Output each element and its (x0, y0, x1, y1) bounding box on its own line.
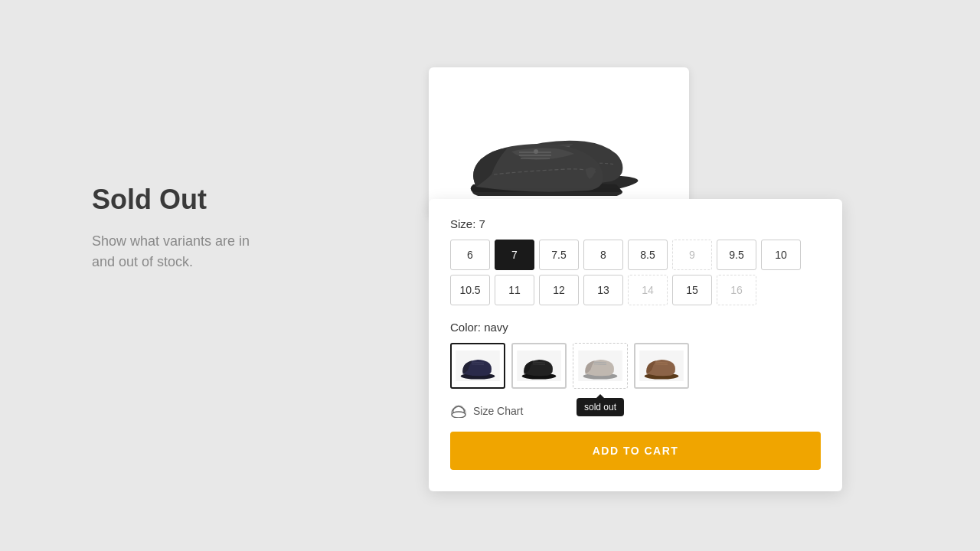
svg-line-18 (594, 362, 606, 363)
size-label: Size: 7 (450, 217, 821, 230)
size-chart-icon (450, 404, 467, 418)
size-btn-11[interactable]: 11 (495, 275, 534, 305)
svg-line-19 (594, 364, 606, 365)
size-btn-85[interactable]: 8.5 (628, 240, 668, 270)
page-title: Sold Out (92, 184, 383, 216)
left-panel: Sold Out Show what variants are inand ou… (92, 184, 383, 272)
selected-color-value: navy (484, 321, 508, 334)
color-swatch-grey[interactable] (573, 343, 628, 389)
shoe-image (459, 89, 658, 196)
color-swatch-black[interactable] (511, 343, 567, 389)
color-section: Color: navy (450, 321, 821, 389)
add-to-cart-button[interactable]: ADD TO CART (450, 432, 821, 470)
product-panel: Size: 7 6 7 7.5 8 8.5 9 9.5 10 10.5 11 1… (429, 199, 842, 491)
size-btn-75[interactable]: 7.5 (539, 240, 579, 270)
size-btn-15[interactable]: 15 (672, 275, 712, 305)
svg-point-24 (452, 412, 466, 418)
size-btn-7[interactable]: 7 (495, 240, 534, 270)
size-btn-14: 14 (628, 275, 668, 305)
size-btn-13[interactable]: 13 (583, 275, 623, 305)
svg-line-10 (472, 362, 484, 363)
size-label-text: Size: (450, 217, 479, 230)
size-grid: 6 7 7.5 8 8.5 9 9.5 10 10.5 11 12 13 14 … (450, 240, 821, 305)
size-btn-6[interactable]: 6 (450, 240, 490, 270)
size-btn-95[interactable]: 9.5 (717, 240, 756, 270)
size-btn-16: 16 (717, 275, 756, 305)
size-btn-105[interactable]: 10.5 (450, 275, 490, 305)
size-btn-9: 9 (672, 240, 712, 270)
color-label-text: Color: (450, 321, 484, 334)
size-chart-label: Size Chart (473, 405, 523, 417)
size-btn-10[interactable]: 10 (761, 240, 801, 270)
color-swatches-container: sold out (450, 343, 821, 389)
color-label: Color: navy (450, 321, 821, 334)
size-btn-8[interactable]: 8 (583, 240, 623, 270)
svg-point-7 (534, 149, 538, 154)
color-swatch-grey-container: sold out (573, 343, 628, 389)
color-swatch-brown[interactable] (634, 343, 689, 389)
svg-line-22 (655, 362, 668, 363)
sold-out-tooltip: sold out (577, 398, 624, 416)
product-image-area (429, 67, 689, 217)
color-swatch-navy[interactable] (450, 343, 505, 389)
size-btn-12[interactable]: 12 (539, 275, 579, 305)
selected-size-value: 7 (479, 217, 485, 230)
svg-line-23 (655, 364, 668, 365)
svg-line-11 (472, 364, 484, 365)
svg-line-15 (533, 364, 545, 365)
svg-line-14 (533, 362, 545, 363)
page-description: Show what variants are inand out of stoc… (92, 231, 383, 272)
size-chart-link[interactable]: Size Chart (450, 404, 821, 418)
